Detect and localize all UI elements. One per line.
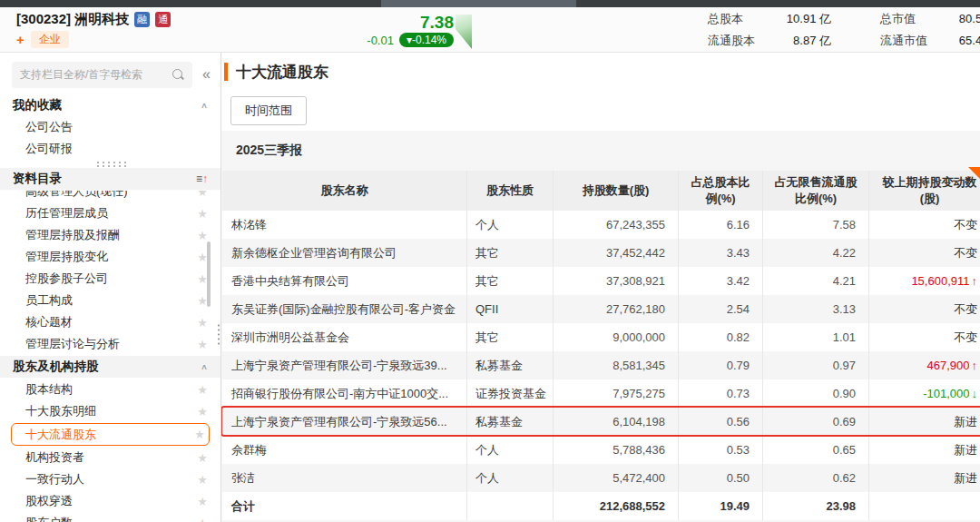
sidebar-item-label: 控股参股子公司 (25, 271, 108, 287)
table-row[interactable]: 新余德枢企业管理咨询有限公司其它37,452,4423.434.22不变 (222, 239, 980, 267)
change-value: 不变 (954, 217, 977, 233)
cell-shares: 212,688,552 (554, 492, 679, 520)
star-icon[interactable]: ★ (197, 451, 208, 465)
star-icon[interactable]: ★ (197, 473, 208, 487)
holders-section-header[interactable]: 股东及机构持股 ∧ (0, 356, 220, 378)
sidebar-item[interactable]: 员工构成★ (0, 290, 220, 311)
sidebar-scrollbar-thumb[interactable] (207, 241, 211, 307)
cell-shares: 67,243,355 (554, 211, 679, 239)
search-icon[interactable] (172, 69, 184, 81)
favorites-section-header[interactable]: 我的收藏 ∧ (0, 94, 220, 116)
table-row[interactable]: 深圳市洲明公益基金会其它9,000,0000.821.01不变 (222, 323, 980, 351)
chevron-up-icon[interactable]: ∧ (201, 101, 208, 110)
cell-change: 15,600,911↑ (869, 267, 980, 295)
sidebar-item[interactable]: 一致行动人★ (0, 468, 220, 490)
drag-handle-horizontal[interactable] (95, 161, 126, 167)
cell-shareholder-name: 上海宁泉资产管理有限公司-宁泉致远39... (222, 351, 467, 379)
margin-trading-badge: 融 (134, 12, 150, 27)
cell-shareholder-nature: 个人 (467, 464, 554, 492)
sidebar-item[interactable]: 公司公告 (0, 116, 220, 138)
star-icon[interactable]: ★ (197, 229, 208, 242)
sort-icon[interactable]: ≡↑ (196, 172, 208, 185)
cell-pct-total: 0.50 (679, 464, 763, 492)
star-icon[interactable]: ★ (197, 405, 208, 419)
table-total-row[interactable]: 合计212,688,55219.4923.98 (222, 492, 980, 520)
catalog-section-header[interactable]: 资料目录 ≡↑ (0, 168, 220, 190)
sidebar-item-selected[interactable]: 十大流通股东★ (11, 423, 210, 446)
stat-label: 流通市值 (880, 33, 938, 49)
price-change-percent: ▾-0.14% (399, 33, 454, 47)
cell-change: 不变 (869, 211, 980, 239)
cell-pct-float: 0.97 (763, 351, 869, 379)
cell-change (869, 492, 980, 520)
sidebar-item[interactable]: 高级管理人员(现任)★ (0, 191, 220, 202)
table-row[interactable]: 招商银行股份有限公司-南方中证1000交...证券投资基金7,975,2750.… (222, 379, 980, 408)
stat-label: 流通股本 (708, 33, 766, 49)
sidebar-item[interactable]: 机构投资者★ (0, 447, 220, 468)
sidebar-item[interactable]: 历任管理层成员★ (0, 202, 220, 224)
star-icon[interactable]: ★ (197, 517, 208, 522)
sidebar-item[interactable]: 管理层讨论与分析★ (0, 333, 220, 355)
sidebar-item[interactable]: 公司研报 (0, 138, 220, 160)
title-accent-bar (224, 63, 228, 81)
column-header: 股东名称 (222, 171, 467, 211)
sidebar-item[interactable]: 控股参股子公司★ (0, 268, 220, 290)
change-value: 不变 (954, 245, 977, 261)
cell-shareholder-nature: 其它 (467, 323, 554, 351)
cell-shareholder-nature: 其它 (467, 267, 554, 295)
change-value: 不变 (954, 301, 977, 318)
main-panel: 十大流通股东 时间范围 2025三季报 股东名称股东性质持股数量(股)占总股本比… (221, 53, 980, 522)
sidebar-item[interactable]: 十大股东明细★ (0, 400, 220, 422)
star-icon[interactable]: ★ (197, 338, 208, 351)
cell-pct-total: 0.82 (679, 323, 763, 351)
sidebar-item-label: 高级管理人员(现任) (25, 191, 128, 200)
stat-value: 10.91 亿 (766, 11, 831, 27)
chevron-up-icon[interactable]: ∧ (201, 362, 208, 371)
cell-shareholder-name: 新余德枢企业管理咨询有限公司 (222, 239, 467, 267)
star-icon[interactable]: ★ (197, 316, 208, 330)
star-icon[interactable]: ★ (197, 383, 208, 397)
sidebar-item[interactable]: 股本结构★ (0, 379, 220, 400)
corner-marker-icon[interactable] (968, 167, 980, 179)
collapse-sidebar-icon[interactable]: « (198, 66, 215, 83)
time-range-button[interactable]: 时间范围 (230, 96, 307, 125)
price-block: 7.38 -0.01 ▾-0.14% (319, 13, 454, 47)
cell-shareholder-name: 张洁 (222, 464, 467, 492)
star-icon[interactable]: ★ (197, 191, 208, 199)
cell-pct-float: 3.13 (763, 295, 869, 323)
stock-stats: 总股本10.91 亿总市值80.52 亿流通股本8.87 亿流通市值65.46 … (708, 11, 980, 49)
star-icon[interactable]: ★ (194, 428, 205, 441)
table-row[interactable]: 香港中央结算有限公司其它37,308,9213.424.2115,600,911… (222, 267, 980, 295)
cell-shares: 5,788,436 (554, 436, 679, 464)
table-row[interactable]: 东吴证券(国际)金融控股有限公司-客户资金QFII27,762,1802.543… (222, 295, 980, 323)
sidebar-item[interactable]: 核心题材★ (0, 311, 220, 333)
holders-list: 股本结构★十大股东明细★十大流通股东★机构投资者★一致行动人★股权穿透★股东户数… (0, 379, 220, 522)
star-icon[interactable]: ★ (197, 495, 208, 508)
table-row[interactable]: 上海宁泉资产管理有限公司-宁泉致远39...私募基金8,581,3450.790… (222, 351, 980, 379)
cell-change: 不变 (869, 295, 980, 323)
active-tab-strip[interactable] (381, 0, 576, 7)
stock-header-bar: [300232] 洲明科技 融 通 + 企业 7.38 -0.01 ▾-0.14… (0, 7, 980, 53)
cell-pct-float: 0.65 (763, 436, 869, 464)
sidebar-search[interactable] (12, 62, 192, 88)
table-row[interactable]: 上海宁泉资产管理有限公司-宁泉致远56...私募基金6,104,1980.560… (222, 408, 980, 436)
cell-change: 新进 (869, 436, 980, 464)
sidebar-item[interactable]: 股权穿透★ (0, 490, 220, 512)
sidebar-item[interactable]: 管理层持股变化★ (0, 246, 220, 268)
add-icon[interactable]: + (16, 33, 24, 46)
table-row[interactable]: 林洺锋个人67,243,3556.167.58不变 (222, 211, 980, 239)
cell-pct-total: 0.56 (679, 408, 763, 436)
table-header-row: 股东名称股东性质持股数量(股)占总股本比例(%)占无限售流通股比例(%)较上期持… (222, 171, 980, 211)
sidebar-item-label: 核心题材 (25, 314, 73, 330)
cell-pct-float: 4.22 (763, 239, 869, 267)
search-input[interactable] (20, 68, 172, 81)
enterprise-tag[interactable]: 企业 (31, 31, 69, 48)
cell-shareholder-nature: 证券投资基金 (467, 379, 554, 408)
stat-value: 8.87 亿 (766, 33, 831, 49)
table-row[interactable]: 佘群梅个人5,788,4360.530.65新进 (222, 436, 980, 464)
cell-pct-float: 0.62 (763, 464, 869, 492)
star-icon[interactable]: ★ (197, 207, 208, 221)
sidebar-item[interactable]: 管理层持股及报酬★ (0, 224, 220, 246)
table-row[interactable]: 张洁个人5,472,4000.500.62新进 (222, 464, 980, 492)
sidebar-item[interactable]: 股东户数★ (0, 512, 220, 522)
